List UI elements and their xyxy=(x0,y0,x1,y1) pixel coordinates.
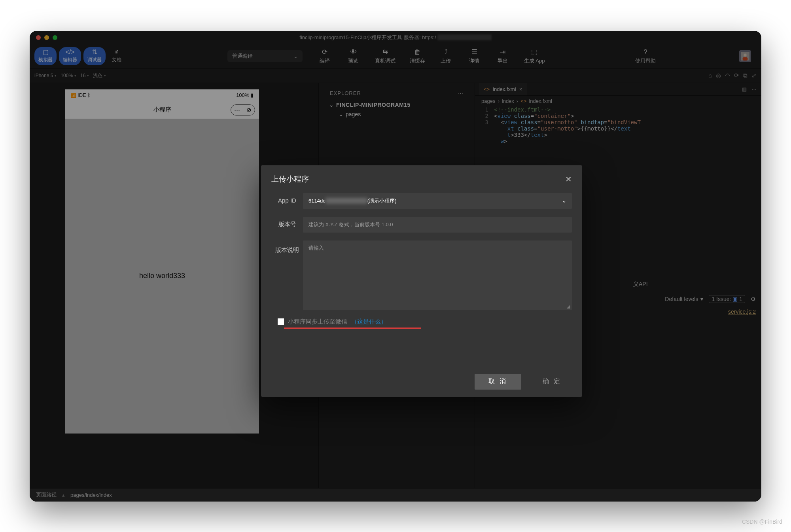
export-icon: ⇥ xyxy=(500,48,505,56)
page-path-value: pages/index/index xyxy=(70,492,112,498)
trash-icon: 🗑 xyxy=(414,48,421,56)
breadcrumb: pages› index› <>index.fxml xyxy=(475,96,761,106)
home-icon[interactable]: ⌂ xyxy=(708,72,712,79)
fullscreen-window-button[interactable] xyxy=(53,35,57,40)
page-path-label: 页面路径 xyxy=(36,491,57,498)
tab-debugger[interactable]: ⇅ 调试器 xyxy=(83,47,106,65)
appid-label: App ID xyxy=(271,193,303,204)
rotate-icon[interactable]: ⟳ xyxy=(734,72,739,79)
file-icon: <> xyxy=(484,86,490,92)
tab-simulator[interactable]: ▢ 模拟器 xyxy=(34,47,57,65)
cancel-button[interactable]: 取 消 xyxy=(475,374,521,390)
upload-button[interactable]: ⤴上传 xyxy=(431,48,460,64)
sync-wechat-row: 小程序同步上传至微信 （这是什么） xyxy=(278,318,572,326)
ok-button[interactable]: 确 定 xyxy=(532,377,572,386)
explorer-title: EXPLORER xyxy=(330,90,361,96)
log-source-link[interactable]: service.js:2 xyxy=(728,309,756,315)
app-window: finclip-miniprogram15-FinClip小程序开发工具 服务器… xyxy=(30,31,761,502)
compile-button[interactable]: ⟳编译 xyxy=(310,48,339,64)
close-window-button[interactable] xyxy=(36,35,41,40)
menu-icon[interactable]: ⋯ xyxy=(234,106,240,114)
clear-cache-button[interactable]: 🗑清缓存 xyxy=(403,48,431,64)
more-icon[interactable]: ⋯ xyxy=(458,90,464,96)
window-title: finclip-miniprogram15-FinClip小程序开发工具 服务器… xyxy=(30,34,761,41)
chevron-down-icon: ⌄ xyxy=(329,102,334,108)
footer-bar: 页面路径 ▴ pages/index/index xyxy=(30,488,761,502)
sliders-icon: ⇅ xyxy=(92,49,97,55)
desc-label: 版本说明 xyxy=(271,240,303,255)
fontsize-select[interactable]: 16▾ xyxy=(80,73,89,78)
more-icon[interactable]: ⋯ xyxy=(751,86,757,92)
detail-button[interactable]: ☰详情 xyxy=(460,48,488,64)
tab-docs[interactable]: 🗎 文档 xyxy=(108,47,125,65)
desc-textarea[interactable]: 请输入 xyxy=(303,240,572,310)
tab-index-fxml[interactable]: <> index.fxml × xyxy=(479,83,527,95)
remote-debug-button[interactable]: ⇆真机调试 xyxy=(367,48,403,64)
chevron-down-icon: ⌄ xyxy=(339,111,343,117)
help-button[interactable]: ?使用帮助 xyxy=(628,48,662,64)
split-editor-icon[interactable]: ▥ xyxy=(742,86,747,92)
titlebar: finclip-miniprogram15-FinClip小程序开发工具 服务器… xyxy=(30,31,761,44)
phone-icon: ▢ xyxy=(43,49,49,55)
sync-wechat-checkbox[interactable] xyxy=(278,318,284,325)
theme-select[interactable]: 浅色▾ xyxy=(93,72,106,79)
device-select[interactable]: iPhone 5▾ xyxy=(34,73,57,78)
avatar[interactable] xyxy=(739,50,751,62)
device-navbar: 小程序 ⋯ ⊘ xyxy=(65,101,259,119)
appid-select[interactable]: 6114dcxxxx . xxxx . xxxxx(演示小程序) ⌄ xyxy=(303,193,572,209)
code-area[interactable]: 1<!--index.ftml--> 2<view class="contain… xyxy=(475,106,761,144)
sync-wechat-label: 小程序同步上传至微信 xyxy=(288,318,347,326)
minimize-window-button[interactable] xyxy=(44,35,49,40)
chevron-down-icon: ⌄ xyxy=(562,198,566,204)
device-nav-title: 小程序 xyxy=(153,106,171,114)
location-icon[interactable]: ◎ xyxy=(716,72,721,79)
avatar-icon xyxy=(741,52,749,61)
expand-icon[interactable]: ⤢ xyxy=(751,72,757,79)
explorer-folder-pages[interactable]: ⌄ pages xyxy=(335,110,467,119)
tab-editor[interactable]: </> 编辑器 xyxy=(59,47,81,65)
log-levels-select[interactable]: Default levels ▾ xyxy=(665,296,703,302)
upload-dialog: 上传小程序 ✕ App ID 6114dcxxxx . xxxx . xxxxx… xyxy=(261,165,582,397)
preview-button[interactable]: 👁预览 xyxy=(339,48,367,64)
version-input[interactable]: 建议为 X.Y.Z 格式，当前版本号 1.0.0 xyxy=(303,217,572,233)
device-statusbar: 📶 IDE ᛒ 100% ▮ xyxy=(65,89,259,101)
cloud-icon[interactable]: ◠ xyxy=(725,72,730,79)
generate-app-button[interactable]: ⬚生成 App xyxy=(517,48,552,64)
hello-text: hello world333 xyxy=(139,272,185,280)
svg-point-1 xyxy=(744,54,746,57)
explorer-root[interactable]: ⌄ FINCLIP-MINIPROGRAM15 xyxy=(326,100,467,110)
dialog-title: 上传小程序 xyxy=(271,174,309,184)
export-button[interactable]: ⇥导出 xyxy=(488,48,517,64)
copy-icon[interactable]: ⧉ xyxy=(743,72,747,79)
detail-icon: ☰ xyxy=(471,48,477,56)
close-icon[interactable]: ✕ xyxy=(565,174,572,184)
simulator-config-bar: iPhone 5▾ 100%▾ 16▾ 浅色▾ ⌂ ◎ ◠ ⟳ ⧉ ⤢ xyxy=(30,69,761,83)
chevron-down-icon: ⌄ xyxy=(293,53,298,59)
what-is-this-link[interactable]: （这是什么） xyxy=(351,318,387,326)
cube-icon: ⬚ xyxy=(531,48,537,56)
refresh-icon: ⟳ xyxy=(322,48,327,56)
zoom-select[interactable]: 100%▾ xyxy=(61,73,76,78)
svg-rect-2 xyxy=(743,57,748,61)
version-label: 版本号 xyxy=(271,217,303,228)
annotation-underline xyxy=(284,328,421,329)
doc-icon: 🗎 xyxy=(114,49,120,55)
watermark: CSDN @FinBird xyxy=(742,519,782,525)
help-icon: ? xyxy=(643,48,647,56)
gear-icon[interactable]: ⚙ xyxy=(751,296,756,302)
compile-mode-select[interactable]: 普通编译 ⌄ xyxy=(227,50,303,62)
device-body: hello world333 xyxy=(65,119,259,434)
eye-icon: 👁 xyxy=(350,48,357,56)
remote-icon: ⇆ xyxy=(382,48,388,56)
devtools-hint: 义API Default levels ▾ 1 Issue: ▣ 1 ⚙ ser… xyxy=(633,281,756,315)
close-icon[interactable]: ⊘ xyxy=(246,106,252,114)
upload-icon: ⤴ xyxy=(444,48,448,56)
editor-tabs: <> index.fxml × ▥ ⋯ xyxy=(475,83,761,96)
device-frame: 📶 IDE ᛒ 100% ▮ 小程序 ⋯ ⊘ hello world333 xyxy=(65,89,259,434)
toolbar: ▢ 模拟器 </> 编辑器 ⇅ 调试器 🗎 文档 普通编译 ⌄ ⟳编译 👁预览 … xyxy=(30,44,761,69)
close-icon[interactable]: × xyxy=(519,86,522,92)
issues-badge[interactable]: 1 Issue: ▣ 1 xyxy=(709,295,745,303)
code-icon: </> xyxy=(65,49,74,55)
